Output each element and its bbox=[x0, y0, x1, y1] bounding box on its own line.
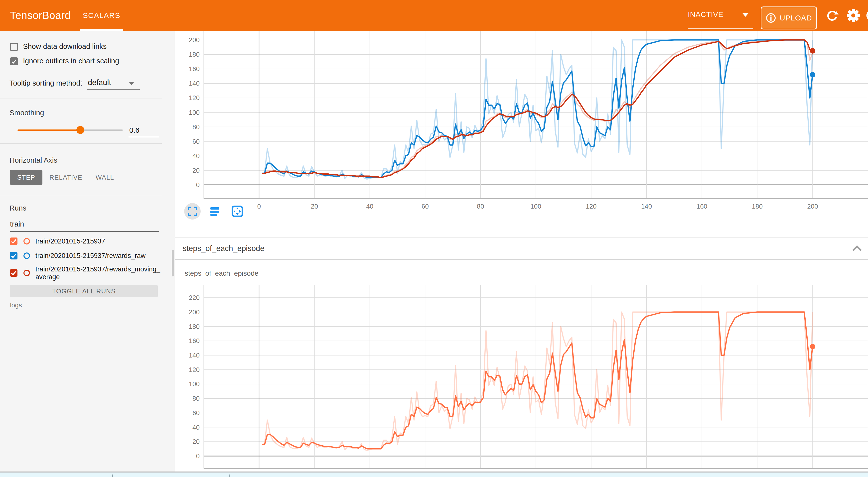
tab-active-underline bbox=[80, 29, 123, 31]
x-tick-label: 120 bbox=[586, 202, 596, 210]
ignore-outliers-checkbox[interactable] bbox=[10, 57, 18, 65]
show-download-links-checkbox[interactable] bbox=[10, 43, 18, 51]
strip-tick bbox=[112, 475, 113, 477]
check-icon bbox=[10, 237, 18, 245]
series-line-raw bbox=[262, 312, 813, 450]
horizontal-axis-label: Horizontal Axis bbox=[9, 156, 57, 164]
series-line-raw bbox=[262, 40, 813, 178]
help-icon[interactable] bbox=[861, 0, 868, 31]
x-tick-label: 20 bbox=[311, 202, 318, 210]
chevron-down-icon bbox=[742, 13, 748, 17]
run-label: train/20201015-215937/rewards_raw bbox=[35, 252, 163, 260]
ignore-outliers-label: Ignore outliers in chart scaling bbox=[23, 57, 119, 65]
upload-button[interactable]: UPLOAD bbox=[761, 6, 817, 29]
smoothing-slider-track-filled[interactable] bbox=[18, 129, 80, 131]
divider bbox=[0, 99, 162, 99]
y-tick-label: 60 bbox=[192, 409, 200, 417]
smoothing-slider-track[interactable] bbox=[80, 129, 123, 131]
x-tick-label: 140 bbox=[641, 202, 652, 210]
x-tick-label: 0 bbox=[257, 202, 261, 210]
smoothing-slider-knob[interactable] bbox=[76, 126, 84, 134]
x-tick-label: 100 bbox=[530, 202, 541, 210]
run-color-ring bbox=[24, 270, 30, 276]
bottom-strip bbox=[0, 472, 868, 477]
rewards-chart[interactable]: 0204060801001201401601802000204060801001… bbox=[175, 31, 868, 237]
gear-icon[interactable] bbox=[844, 0, 862, 31]
series-end-dot bbox=[810, 48, 815, 54]
chevron-up-icon[interactable] bbox=[851, 244, 863, 253]
series-end-dot bbox=[810, 344, 815, 349]
y-tick-label: 40 bbox=[192, 152, 200, 160]
run-color-ring bbox=[24, 238, 30, 245]
smoothing-value-input[interactable]: 0.6 bbox=[129, 126, 139, 134]
run-checkbox-rewards-moving-average[interactable] bbox=[10, 269, 18, 277]
sidebar-scrollbar[interactable] bbox=[172, 250, 174, 277]
main-content: 0204060801001201401601802000204060801001… bbox=[175, 31, 868, 477]
series-line-raw bbox=[262, 40, 813, 179]
expand-icon[interactable] bbox=[184, 203, 200, 220]
chevron-down-icon bbox=[129, 82, 134, 85]
run-checkbox-rewards-raw[interactable] bbox=[10, 252, 18, 259]
strip-tick bbox=[229, 475, 229, 477]
status-dropdown[interactable]: INACTIVE bbox=[688, 0, 753, 31]
status-dropdown-underline bbox=[688, 28, 753, 29]
chart-toolbar bbox=[184, 202, 246, 220]
toggle-all-runs-button[interactable]: TOGGLE ALL RUNS bbox=[10, 285, 158, 297]
refresh-icon[interactable] bbox=[824, 0, 841, 31]
y-tick-label: 100 bbox=[189, 109, 200, 116]
axis-relative-button[interactable]: RELATIVE bbox=[51, 170, 81, 185]
y-tick-label: 180 bbox=[189, 323, 200, 330]
x-tick-label: 160 bbox=[696, 202, 707, 210]
axis-step-button[interactable]: STEP bbox=[10, 170, 42, 185]
smoothing-label: Smoothing bbox=[9, 109, 44, 117]
y-tick-label: 220 bbox=[189, 294, 200, 301]
status-dropdown-value: INACTIVE bbox=[688, 0, 723, 29]
log-scale-icon[interactable] bbox=[207, 203, 223, 220]
y-tick-label: 140 bbox=[189, 351, 200, 359]
runs-filter-input[interactable]: train bbox=[10, 220, 24, 228]
x-tick-label: 60 bbox=[422, 202, 429, 210]
check-icon bbox=[10, 252, 18, 259]
chart-card-steps: steps_of_each_episode 020406080100120140… bbox=[175, 260, 868, 477]
upload-button-label: UPLOAD bbox=[780, 14, 812, 22]
steps-chart[interactable]: 020406080100120140160180200220 bbox=[175, 260, 868, 477]
show-download-links-label: Show data download links bbox=[23, 42, 106, 51]
y-tick-label: 120 bbox=[189, 366, 200, 374]
y-tick-label: 100 bbox=[189, 380, 200, 388]
app-header: TensorBoard SCALARS INACTIVE UPLOAD bbox=[0, 0, 868, 31]
x-tick-label: 180 bbox=[752, 202, 763, 210]
x-tick-label: 40 bbox=[366, 202, 373, 210]
logdir-label: logs bbox=[10, 301, 22, 309]
y-tick-label: 200 bbox=[189, 36, 200, 44]
y-tick-label: 0 bbox=[196, 452, 200, 460]
axis-wall-button[interactable]: WALL bbox=[92, 170, 117, 185]
check-icon bbox=[10, 57, 18, 65]
section-title: steps_of_each_episode bbox=[183, 238, 264, 259]
y-tick-label: 180 bbox=[189, 51, 200, 58]
series-line-smoothed bbox=[262, 40, 813, 178]
tooltip-sorting-underline bbox=[87, 89, 140, 90]
x-tick-label: 80 bbox=[477, 202, 484, 210]
y-tick-label: 200 bbox=[189, 308, 200, 316]
y-tick-label: 20 bbox=[192, 167, 200, 174]
run-checkbox-train[interactable] bbox=[10, 237, 18, 245]
tab-scalars[interactable]: SCALARS bbox=[80, 0, 123, 31]
y-tick-label: 160 bbox=[189, 65, 200, 73]
runs-filter-underline bbox=[10, 231, 159, 232]
y-tick-label: 20 bbox=[192, 438, 200, 445]
section-header-steps[interactable]: steps_of_each_episode bbox=[175, 238, 868, 260]
y-tick-label: 80 bbox=[192, 123, 200, 131]
y-tick-label: 120 bbox=[189, 94, 200, 101]
divider bbox=[0, 143, 162, 144]
info-icon bbox=[766, 13, 776, 23]
run-color-ring bbox=[24, 252, 30, 259]
y-tick-label: 60 bbox=[192, 138, 200, 145]
series-line-smoothed bbox=[262, 312, 813, 449]
tooltip-sorting-select[interactable]: default bbox=[88, 78, 111, 87]
fit-data-icon[interactable] bbox=[229, 203, 246, 220]
y-tick-label: 160 bbox=[189, 337, 200, 345]
run-label: train/20201015-215937 bbox=[35, 237, 163, 245]
y-tick-label: 40 bbox=[192, 424, 200, 431]
x-tick-label: 200 bbox=[807, 202, 818, 210]
y-tick-label: 140 bbox=[189, 80, 200, 87]
